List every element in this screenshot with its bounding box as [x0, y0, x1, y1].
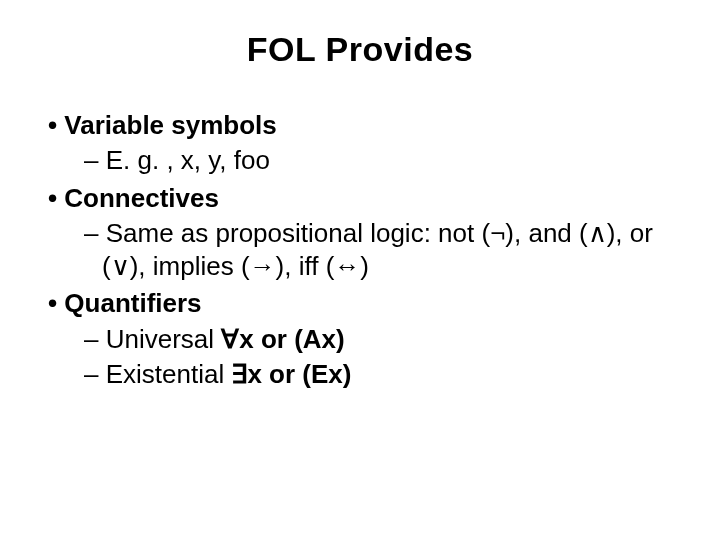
sub-existential: Existential ∃x or (Ex) [84, 358, 672, 391]
slide-body: Variable symbols E. g. , x, y, foo Conne… [48, 109, 672, 391]
text: ), iff ( [276, 251, 335, 281]
text: ), implies ( [130, 251, 250, 281]
bullet-connectives: Connectives [48, 182, 672, 215]
not-symbol: ¬ [490, 218, 505, 248]
or-symbol: ∨ [111, 251, 130, 281]
text: x or (Ax) [239, 324, 344, 354]
text: Existential [106, 359, 232, 389]
slide: FOL Provides Variable symbols E. g. , x,… [0, 0, 720, 540]
and-symbol: ∧ [588, 218, 607, 248]
text: Same as propositional logic: not ( [106, 218, 490, 248]
forall-symbol: ∀ [221, 324, 239, 354]
sub-universal: Universal ∀x or (Ax) [84, 323, 672, 356]
text: ) [360, 251, 369, 281]
text: Universal [106, 324, 222, 354]
sub-connectives-list: Same as propositional logic: not (¬), an… [84, 217, 672, 284]
slide-title: FOL Provides [48, 30, 672, 69]
iff-symbol: ↔ [334, 251, 360, 281]
sub-variable-symbols-example: E. g. , x, y, foo [84, 144, 672, 177]
bullet-quantifiers: Quantifiers [48, 287, 672, 320]
implies-symbol: → [250, 251, 276, 281]
bullet-variable-symbols: Variable symbols [48, 109, 672, 142]
exists-symbol: ∃ [231, 359, 247, 389]
text: ), and ( [505, 218, 587, 248]
text: x or (Ex) [247, 359, 351, 389]
